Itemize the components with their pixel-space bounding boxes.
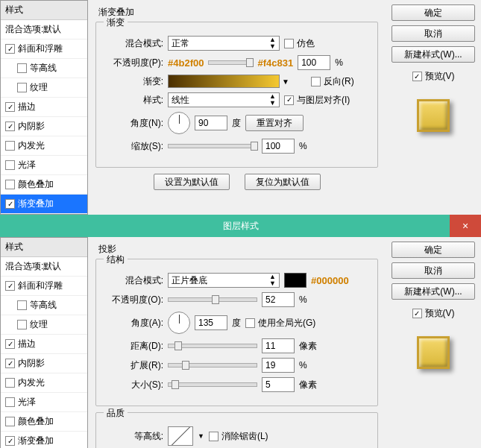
new-style-button[interactable]: 新建样式(W)...	[392, 46, 475, 63]
opacity-input[interactable]	[262, 292, 295, 307]
reverse-checkbox[interactable]	[311, 77, 321, 86]
style-checkbox[interactable]	[5, 417, 15, 426]
style-item[interactable]: 纹理	[1, 78, 87, 98]
style-checkbox[interactable]	[17, 320, 27, 329]
preview-checkbox[interactable]	[412, 72, 422, 81]
style-checkbox[interactable]	[17, 83, 27, 92]
spread-input[interactable]	[262, 358, 295, 373]
style-item[interactable]: 斜面和浮雕	[1, 40, 87, 59]
updown-icon: ▲▼	[269, 37, 276, 50]
style-select[interactable]: 线性▲▼	[168, 92, 280, 107]
style-checkbox[interactable]	[5, 359, 15, 368]
style-item[interactable]: 描边	[1, 98, 87, 117]
style-item[interactable]: 光泽	[1, 393, 87, 412]
style-checkbox[interactable]	[5, 378, 15, 388]
chevron-down-icon[interactable]: ▼	[198, 432, 204, 440]
style-checkbox[interactable]	[5, 44, 15, 54]
antialias-checkbox[interactable]	[209, 432, 219, 441]
style-checkbox[interactable]	[5, 180, 15, 189]
style-item[interactable]: 内阴影	[1, 354, 87, 373]
align-checkbox[interactable]	[284, 95, 294, 105]
style-item-label: 光泽	[18, 159, 36, 171]
style-checkbox[interactable]	[5, 160, 15, 170]
scale-unit: %	[299, 141, 307, 151]
style-item[interactable]: 等高线	[1, 59, 87, 78]
preview-checkbox[interactable]	[412, 309, 422, 318]
contour-picker[interactable]	[168, 426, 193, 446]
close-button[interactable]: ×	[450, 215, 481, 237]
style-item[interactable]: 颜色叠加	[1, 412, 87, 432]
style-item[interactable]: 内发光	[1, 136, 87, 156]
updown-icon: ▲▼	[269, 93, 276, 107]
style-checkbox[interactable]	[5, 141, 15, 151]
size-input[interactable]	[262, 377, 295, 392]
angle-input[interactable]	[195, 116, 227, 130]
spread-unit: %	[299, 360, 307, 370]
style-item-label: 颜色叠加	[18, 415, 54, 428]
preview-swatch	[417, 336, 450, 369]
style-item-label: 斜面和浮雕	[18, 42, 63, 55]
size-slider[interactable]	[168, 382, 257, 387]
style-checkbox[interactable]	[5, 339, 15, 349]
blend-options[interactable]: 混合选项:默认	[1, 20, 87, 40]
main-area: 投影 结构 混合模式: 正片叠底▲▼ #000000 不透明度(O): % 角度…	[88, 237, 386, 448]
scale-slider[interactable]	[168, 144, 257, 148]
ok-button[interactable]: 确定	[392, 4, 475, 21]
title-bar: 图层样式 ×	[0, 215, 481, 237]
blend-mode-select[interactable]: 正常▲▼	[168, 36, 280, 51]
style-item[interactable]: 描边	[1, 335, 87, 354]
cancel-button[interactable]: 取消	[392, 25, 475, 42]
style-item[interactable]: 颜色叠加	[1, 175, 87, 195]
reset-align-button[interactable]: 重置对齐	[245, 115, 304, 131]
legend: 品质	[104, 407, 128, 420]
style-checkbox[interactable]	[5, 122, 15, 131]
scale-input[interactable]	[262, 139, 295, 154]
align-label: 与图层对齐(I)	[297, 94, 350, 107]
global-light-checkbox[interactable]	[245, 318, 255, 328]
angle-input[interactable]	[195, 315, 227, 330]
style-header: 样式	[1, 238, 87, 257]
color-swatch[interactable]	[284, 273, 306, 288]
chevron-down-icon[interactable]: ▼	[282, 78, 289, 86]
angle-dial[interactable]	[168, 112, 190, 134]
style-checkbox[interactable]	[5, 397, 15, 407]
reset-default-button[interactable]: 复位为默认值	[245, 174, 321, 190]
style-header: 样式	[1, 1, 87, 20]
dither-checkbox[interactable]	[284, 39, 294, 48]
style-checkbox[interactable]	[17, 63, 27, 73]
style-item[interactable]: 斜面和浮雕	[1, 277, 87, 296]
updown-icon: ▲▼	[269, 274, 276, 287]
ok-button[interactable]: 确定	[392, 242, 475, 258]
opacity-slider[interactable]	[208, 60, 253, 65]
gradient-bar[interactable]: ▼	[168, 75, 280, 88]
opacity-slider[interactable]	[168, 297, 257, 302]
preview-label: 预览(V)	[425, 307, 455, 320]
style-checkbox[interactable]	[5, 281, 15, 291]
style-item-label: 纹理	[30, 318, 48, 331]
style-item[interactable]: 纹理	[1, 315, 87, 335]
angle-dial[interactable]	[168, 312, 190, 334]
style-item-label: 内发光	[18, 376, 45, 389]
style-item[interactable]: 内发光	[1, 373, 87, 393]
style-checkbox[interactable]	[5, 102, 15, 112]
style-item[interactable]: 内阴影	[1, 117, 87, 136]
new-style-button[interactable]: 新建样式(W)...	[392, 283, 475, 300]
style-item[interactable]: 渐变叠加	[1, 432, 87, 448]
spread-slider[interactable]	[168, 363, 257, 367]
cancel-button[interactable]: 取消	[392, 262, 475, 279]
distance-slider[interactable]	[168, 344, 257, 348]
style-item-label: 内阴影	[18, 357, 45, 370]
style-checkbox[interactable]	[5, 199, 15, 209]
blend-mode-select[interactable]: 正片叠底▲▼	[168, 273, 280, 288]
style-item[interactable]: 渐变叠加	[1, 195, 87, 214]
style-item-label: 描边	[18, 101, 36, 113]
style-checkbox[interactable]	[17, 300, 27, 310]
opacity-input[interactable]	[298, 55, 330, 70]
style-item[interactable]: 等高线	[1, 296, 87, 315]
opacity-label: 不透明度(P):	[105, 57, 163, 69]
distance-input[interactable]	[262, 338, 295, 353]
blend-options[interactable]: 混合选项:默认	[1, 257, 87, 277]
style-checkbox[interactable]	[5, 436, 15, 446]
style-item[interactable]: 光泽	[1, 156, 87, 175]
make-default-button[interactable]: 设置为默认值	[154, 174, 230, 190]
